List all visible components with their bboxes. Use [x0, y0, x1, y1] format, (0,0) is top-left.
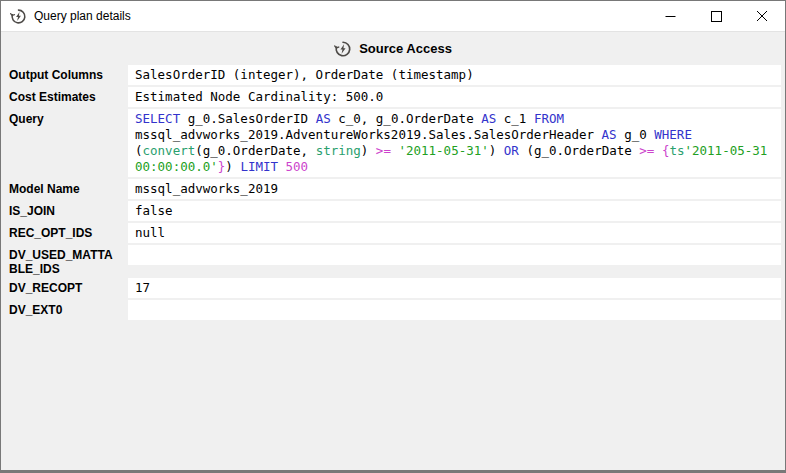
row-label: IS_JOIN [1, 201, 128, 218]
row-value-field[interactable]: Estimated Node Cardinality: 500.0 [128, 87, 781, 107]
table-row: REC_OPT_IDSnull [1, 223, 785, 243]
row-label: Query [1, 109, 128, 126]
row-label: Cost Estimates [1, 87, 128, 104]
minimize-button[interactable] [647, 1, 693, 31]
sql-line: (convert(g_0.OrderDate, string) >= '2011… [135, 143, 774, 159]
maximize-button[interactable] [693, 1, 739, 31]
table-row: Output ColumnsSalesOrderID (integer), Or… [1, 65, 785, 85]
window-title: Query plan details [34, 1, 131, 31]
sql-line: mssql_advworks_2019.AdventureWorks2019.S… [135, 127, 774, 143]
node-header: Source Access [1, 32, 785, 65]
sql-line: SELECT g_0.SalesOrderID AS c_0, g_0.Orde… [135, 111, 774, 127]
table-row: DV_USED_MATTABLE_IDS [1, 245, 785, 276]
sql-line: 00:00:00.0'}) LIMIT 500 [135, 159, 774, 175]
source-access-icon [334, 40, 352, 58]
plan-table: Output ColumnsSalesOrderID (integer), Or… [1, 65, 785, 320]
table-row: Model Namemssql_advworks_2019 [1, 179, 785, 199]
row-label: DV_EXT0 [1, 300, 128, 317]
row-value-field[interactable]: mssql_advworks_2019 [128, 179, 781, 199]
row-value-field[interactable]: SELECT g_0.SalesOrderID AS c_0, g_0.Orde… [128, 109, 781, 177]
table-row: IS_JOINfalse [1, 201, 785, 221]
row-value-field[interactable]: false [128, 201, 781, 221]
table-row: QuerySELECT g_0.SalesOrderID AS c_0, g_0… [1, 109, 785, 177]
table-row: Cost EstimatesEstimated Node Cardinality… [1, 87, 785, 107]
row-label: DV_USED_MATTABLE_IDS [1, 245, 128, 276]
table-row: DV_RECOPT17 [1, 278, 785, 298]
node-header-title: Source Access [359, 41, 452, 56]
query-plan-icon [10, 8, 27, 25]
title-bar[interactable]: Query plan details [1, 1, 785, 32]
close-button[interactable] [739, 1, 785, 31]
row-value-field[interactable]: 17 [128, 278, 781, 298]
table-row: DV_EXT0 [1, 300, 785, 320]
row-label: REC_OPT_IDS [1, 223, 128, 240]
close-icon [756, 10, 768, 22]
row-value-field[interactable]: SalesOrderID (integer), OrderDate (times… [128, 65, 781, 85]
row-value-field[interactable]: null [128, 223, 781, 243]
minimize-icon [665, 11, 676, 22]
query-plan-details-window: Query plan details Source Access Output … [0, 0, 786, 473]
row-label: Model Name [1, 179, 128, 196]
row-value-field[interactable] [128, 245, 781, 265]
row-label: Output Columns [1, 65, 128, 82]
row-label: DV_RECOPT [1, 278, 128, 295]
row-value-field[interactable] [128, 300, 781, 320]
window-controls [647, 1, 785, 31]
maximize-icon [711, 11, 722, 22]
